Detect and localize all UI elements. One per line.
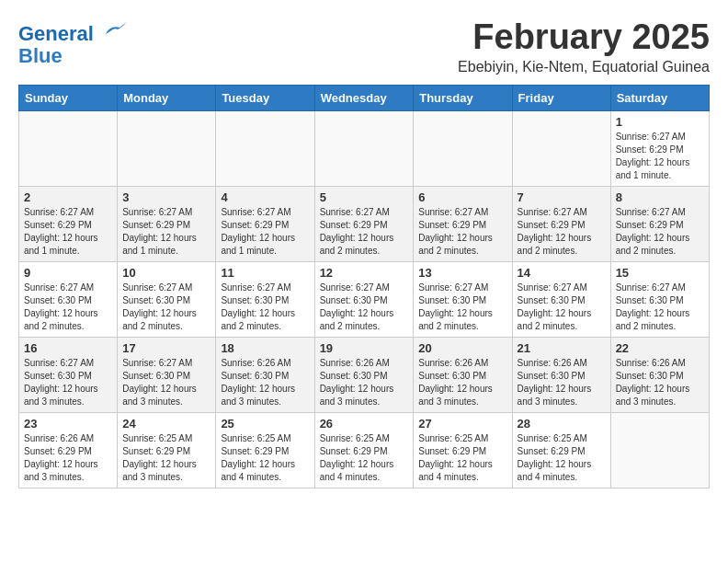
calendar-week-row: 1Sunrise: 6:27 AM Sunset: 6:29 PM Daylig…	[19, 110, 710, 186]
calendar-day-cell: 13Sunrise: 6:27 AM Sunset: 6:30 PM Dayli…	[414, 261, 512, 337]
day-number: 11	[221, 266, 309, 280]
day-info: Sunrise: 6:27 AM Sunset: 6:29 PM Dayligh…	[221, 206, 309, 258]
calendar-header-wednesday: Wednesday	[314, 85, 414, 110]
day-info: Sunrise: 6:27 AM Sunset: 6:30 PM Dayligh…	[418, 282, 506, 333]
title-block: February 2025 Ebebiyin, Kie-Ntem, Equato…	[458, 18, 710, 75]
day-info: Sunrise: 6:27 AM Sunset: 6:29 PM Dayligh…	[616, 131, 704, 182]
day-number: 21	[518, 341, 606, 355]
day-number: 6	[418, 190, 506, 204]
day-number: 15	[616, 266, 704, 280]
calendar-day-cell: 23Sunrise: 6:26 AM Sunset: 6:29 PM Dayli…	[19, 412, 118, 488]
day-info: Sunrise: 6:25 AM Sunset: 6:29 PM Dayligh…	[221, 432, 309, 484]
calendar-table: SundayMondayTuesdayWednesdayThursdayFrid…	[18, 85, 710, 488]
day-number: 19	[320, 341, 409, 355]
day-number: 4	[221, 190, 309, 204]
calendar-header-thursday: Thursday	[414, 85, 512, 110]
day-info: Sunrise: 6:27 AM Sunset: 6:29 PM Dayligh…	[418, 206, 506, 258]
day-info: Sunrise: 6:27 AM Sunset: 6:29 PM Dayligh…	[518, 206, 606, 258]
calendar-header-monday: Monday	[118, 85, 216, 110]
calendar-day-cell: 26Sunrise: 6:25 AM Sunset: 6:29 PM Dayli…	[314, 412, 414, 488]
day-info: Sunrise: 6:26 AM Sunset: 6:30 PM Dayligh…	[616, 357, 704, 408]
calendar-day-cell: 2Sunrise: 6:27 AM Sunset: 6:29 PM Daylig…	[19, 186, 118, 261]
day-number: 1	[616, 115, 704, 129]
calendar-day-cell: 8Sunrise: 6:27 AM Sunset: 6:29 PM Daylig…	[610, 186, 709, 261]
calendar-day-cell: 27Sunrise: 6:25 AM Sunset: 6:29 PM Dayli…	[414, 412, 512, 488]
logo: General Blue	[18, 23, 129, 67]
calendar-day-cell	[118, 110, 216, 186]
calendar-header-tuesday: Tuesday	[216, 85, 314, 110]
calendar-day-cell	[314, 110, 414, 186]
day-number: 22	[616, 341, 704, 355]
location-title: Ebebiyin, Kie-Ntem, Equatorial Guinea	[458, 59, 710, 75]
calendar-day-cell: 14Sunrise: 6:27 AM Sunset: 6:30 PM Dayli…	[512, 261, 610, 337]
day-info: Sunrise: 6:27 AM Sunset: 6:30 PM Dayligh…	[24, 282, 112, 333]
calendar-day-cell: 4Sunrise: 6:27 AM Sunset: 6:29 PM Daylig…	[216, 186, 314, 261]
day-number: 7	[518, 190, 606, 204]
day-number: 25	[221, 417, 309, 431]
day-number: 12	[320, 266, 409, 280]
calendar-header-sunday: Sunday	[19, 85, 118, 110]
day-number: 5	[320, 190, 409, 204]
calendar-day-cell: 7Sunrise: 6:27 AM Sunset: 6:29 PM Daylig…	[512, 186, 610, 261]
calendar-header-friday: Friday	[512, 85, 610, 110]
day-info: Sunrise: 6:27 AM Sunset: 6:30 PM Dayligh…	[24, 357, 112, 408]
day-number: 9	[24, 266, 112, 280]
calendar-day-cell: 10Sunrise: 6:27 AM Sunset: 6:30 PM Dayli…	[118, 261, 216, 337]
day-info: Sunrise: 6:26 AM Sunset: 6:30 PM Dayligh…	[221, 357, 309, 408]
calendar-day-cell: 16Sunrise: 6:27 AM Sunset: 6:30 PM Dayli…	[19, 337, 118, 412]
calendar-day-cell	[19, 110, 118, 186]
day-info: Sunrise: 6:27 AM Sunset: 6:30 PM Dayligh…	[518, 282, 606, 333]
day-info: Sunrise: 6:26 AM Sunset: 6:30 PM Dayligh…	[518, 357, 606, 408]
day-info: Sunrise: 6:25 AM Sunset: 6:29 PM Dayligh…	[122, 432, 210, 484]
calendar-week-row: 2Sunrise: 6:27 AM Sunset: 6:29 PM Daylig…	[19, 186, 710, 261]
day-info: Sunrise: 6:25 AM Sunset: 6:29 PM Dayligh…	[418, 432, 506, 484]
logo-general: General	[18, 22, 94, 45]
calendar-day-cell: 5Sunrise: 6:27 AM Sunset: 6:29 PM Daylig…	[314, 186, 414, 261]
day-number: 14	[518, 266, 606, 280]
day-number: 20	[418, 341, 506, 355]
day-info: Sunrise: 6:27 AM Sunset: 6:29 PM Dayligh…	[616, 206, 704, 258]
calendar-day-cell: 1Sunrise: 6:27 AM Sunset: 6:29 PM Daylig…	[610, 110, 709, 186]
day-info: Sunrise: 6:27 AM Sunset: 6:30 PM Dayligh…	[122, 282, 210, 333]
day-info: Sunrise: 6:27 AM Sunset: 6:29 PM Dayligh…	[122, 206, 210, 258]
calendar-day-cell	[216, 110, 314, 186]
day-number: 26	[320, 417, 409, 431]
calendar-day-cell: 11Sunrise: 6:27 AM Sunset: 6:30 PM Dayli…	[216, 261, 314, 337]
calendar-header-saturday: Saturday	[610, 85, 709, 110]
calendar-day-cell: 3Sunrise: 6:27 AM Sunset: 6:29 PM Daylig…	[118, 186, 216, 261]
calendar-day-cell: 9Sunrise: 6:27 AM Sunset: 6:30 PM Daylig…	[19, 261, 118, 337]
calendar-day-cell: 25Sunrise: 6:25 AM Sunset: 6:29 PM Dayli…	[216, 412, 314, 488]
page-header: General Blue February 2025 Ebebiyin, Kie…	[18, 18, 710, 75]
calendar-day-cell: 6Sunrise: 6:27 AM Sunset: 6:29 PM Daylig…	[414, 186, 512, 261]
day-number: 8	[616, 190, 704, 204]
calendar-day-cell: 20Sunrise: 6:26 AM Sunset: 6:30 PM Dayli…	[414, 337, 512, 412]
day-info: Sunrise: 6:26 AM Sunset: 6:30 PM Dayligh…	[418, 357, 506, 408]
day-info: Sunrise: 6:26 AM Sunset: 6:29 PM Dayligh…	[24, 432, 112, 484]
day-number: 23	[24, 417, 112, 431]
calendar-day-cell: 19Sunrise: 6:26 AM Sunset: 6:30 PM Dayli…	[314, 337, 414, 412]
day-number: 24	[122, 417, 210, 431]
month-title: February 2025	[458, 18, 710, 57]
day-number: 18	[221, 341, 309, 355]
day-info: Sunrise: 6:27 AM Sunset: 6:29 PM Dayligh…	[24, 206, 112, 258]
day-info: Sunrise: 6:27 AM Sunset: 6:29 PM Dayligh…	[320, 206, 409, 258]
day-info: Sunrise: 6:27 AM Sunset: 6:30 PM Dayligh…	[320, 282, 409, 333]
calendar-day-cell: 28Sunrise: 6:25 AM Sunset: 6:29 PM Dayli…	[512, 412, 610, 488]
day-number: 10	[122, 266, 210, 280]
calendar-day-cell: 24Sunrise: 6:25 AM Sunset: 6:29 PM Dayli…	[118, 412, 216, 488]
day-number: 27	[418, 417, 506, 431]
calendar-day-cell	[610, 412, 709, 488]
calendar-header-row: SundayMondayTuesdayWednesdayThursdayFrid…	[19, 85, 710, 110]
logo-bird-icon	[101, 18, 129, 40]
day-number: 3	[122, 190, 210, 204]
day-info: Sunrise: 6:27 AM Sunset: 6:30 PM Dayligh…	[616, 282, 704, 333]
logo-blue: Blue	[18, 44, 63, 67]
day-number: 16	[24, 341, 112, 355]
calendar-day-cell: 18Sunrise: 6:26 AM Sunset: 6:30 PM Dayli…	[216, 337, 314, 412]
day-info: Sunrise: 6:25 AM Sunset: 6:29 PM Dayligh…	[320, 432, 409, 484]
calendar-week-row: 23Sunrise: 6:26 AM Sunset: 6:29 PM Dayli…	[19, 412, 710, 488]
day-info: Sunrise: 6:26 AM Sunset: 6:30 PM Dayligh…	[320, 357, 409, 408]
calendar-week-row: 9Sunrise: 6:27 AM Sunset: 6:30 PM Daylig…	[19, 261, 710, 337]
calendar-day-cell: 12Sunrise: 6:27 AM Sunset: 6:30 PM Dayli…	[314, 261, 414, 337]
day-info: Sunrise: 6:27 AM Sunset: 6:30 PM Dayligh…	[221, 282, 309, 333]
